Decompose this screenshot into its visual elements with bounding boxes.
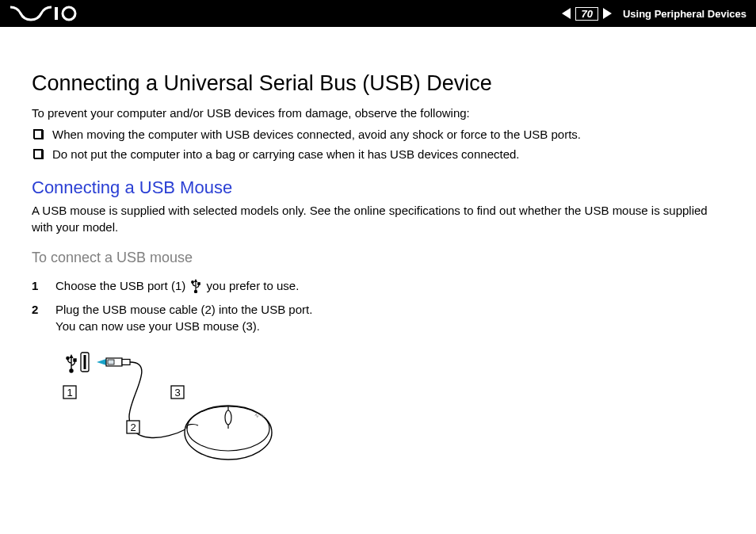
prev-page-icon[interactable] [562, 8, 571, 19]
svg-rect-19 [122, 360, 130, 365]
intro-text: To prevent your computer and/or USB devi… [32, 105, 724, 121]
svg-marker-9 [70, 354, 74, 358]
header-bar: 70 Using Peripheral Devices [0, 0, 756, 27]
svg-text:1: 1 [67, 387, 72, 399]
usb-mouse-diagram: 1 2 [54, 349, 724, 479]
svg-marker-4 [194, 279, 197, 282]
caution-list: When moving the computer with USB device… [32, 126, 724, 163]
next-page-icon[interactable] [603, 8, 612, 19]
svg-text:2: 2 [130, 421, 136, 433]
page-title: Connecting a Universal Serial Bus (USB) … [32, 71, 724, 96]
svg-rect-11 [74, 359, 76, 361]
step-list: Choose the USB port (1) you prefer to us… [32, 277, 724, 335]
svg-point-5 [192, 280, 194, 283]
list-item: When moving the computer with USB device… [32, 126, 724, 144]
section-title: Using Peripheral Devices [623, 8, 746, 20]
procedure-title: To connect a USB mouse [32, 250, 724, 266]
svg-marker-16 [97, 359, 106, 365]
list-item: Do not put the computer into a bag or ca… [32, 146, 724, 164]
list-item: Choose the USB port (1) you prefer to us… [32, 277, 724, 298]
list-item: Plug the USB mouse cable (2) into the US… [32, 301, 724, 336]
svg-text:3: 3 [174, 387, 180, 399]
svg-rect-18 [108, 360, 114, 364]
svg-point-3 [195, 290, 197, 292]
subsection-intro: A USB mouse is supplied with selected mo… [32, 203, 724, 235]
svg-rect-0 [55, 7, 58, 20]
subsection-title: Connecting a USB Mouse [32, 177, 724, 198]
svg-point-1 [63, 7, 75, 20]
svg-rect-13 [84, 355, 86, 369]
svg-rect-6 [198, 283, 200, 284]
page-number: 70 [575, 7, 598, 21]
svg-text:∿∿: ∿∿ [254, 412, 265, 419]
svg-point-24 [225, 410, 231, 425]
vaio-logo [10, 6, 78, 21]
svg-point-8 [70, 369, 73, 372]
usb-icon [190, 279, 201, 298]
svg-point-10 [67, 357, 69, 359]
page-content: Connecting a Universal Serial Bus (USB) … [0, 27, 756, 479]
